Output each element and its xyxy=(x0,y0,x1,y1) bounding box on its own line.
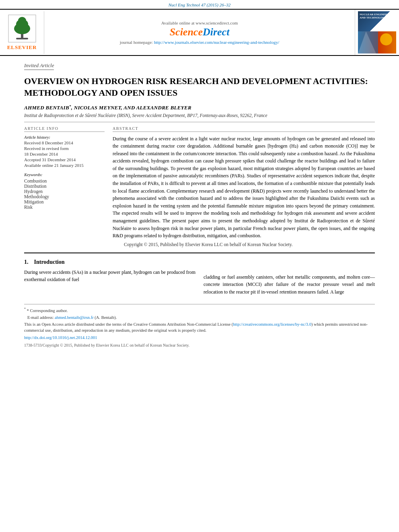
doi-link[interactable]: http://dx.doi.org/10.1016/j.net.2014.12.… xyxy=(24,335,97,340)
author-email-link[interactable]: ahmed.bentaib@irsn.fr xyxy=(55,315,94,320)
keyword-distribution: Distribution xyxy=(24,184,105,189)
sciencedirect-header: Available online at www.sciencedirect.co… xyxy=(44,17,355,48)
info-abstract-section: ARTICLE INFO Article history: Received 8… xyxy=(24,126,375,247)
journal-cover-area: NUCLEAR ENGINEERING AND TECHNOLOGY xyxy=(355,10,399,55)
homepage-label: journal homepage: xyxy=(120,40,153,45)
cc-license-link[interactable]: http://creativecommons.org/licenses/by-n… xyxy=(233,322,311,327)
main-content-area: Invited Article OVERVIEW ON HYDROGEN RIS… xyxy=(0,56,399,356)
sciencedirect-logo-text: ScienceDirect xyxy=(47,26,352,38)
elsevier-tree-icon xyxy=(8,14,36,43)
footnote-email: E-mail address: ahmed.bentaib@irsn.fr (A… xyxy=(24,315,375,321)
date-revised-label: Received in revised form xyxy=(24,146,105,151)
history-label: Article history: xyxy=(24,135,105,140)
section-title: Introduction xyxy=(34,259,65,265)
introduction-right: cladding or fuel assembly canisters, oth… xyxy=(204,259,375,296)
keywords-section: Keywords: Combustion Distribution Hydrog… xyxy=(24,173,105,210)
introduction-section: 1. Introduction During severe accidents … xyxy=(24,259,375,296)
section-number: 1. xyxy=(24,259,29,265)
copyright-line: Copyright © 2015, Published by Elsevier … xyxy=(113,242,375,247)
article-info-header: ARTICLE INFO xyxy=(24,126,105,132)
footnotes-area: * * Corresponding author. E-mail address… xyxy=(24,304,375,348)
issn-line: 1738-5733/Copyright © 2015, Published by… xyxy=(24,343,375,348)
email-suffix: (A. Bentaib). xyxy=(95,315,117,320)
header-divider xyxy=(24,122,375,122)
keyword-risk: Risk xyxy=(24,205,105,210)
abstract-header: ABSTRACT xyxy=(113,126,375,132)
cover-title-text: NUCLEAR ENGINEERING AND TECHNOLOGY xyxy=(360,13,395,20)
svg-point-10 xyxy=(380,33,392,45)
article-info-column: ARTICLE INFO Article history: Received 8… xyxy=(24,126,105,247)
introduction-title: 1. Introduction xyxy=(24,259,195,265)
keyword-methodology: Methodology xyxy=(24,194,105,199)
elsevier-logo-area: ELSEVIER xyxy=(0,11,44,54)
elsevier-brand-text: ELSEVIER xyxy=(7,44,37,51)
journal-header: ELSEVIER Available online at www.science… xyxy=(0,9,399,56)
available-online-text: Available online at www.sciencedirect.co… xyxy=(47,21,352,25)
footnote-doi: http://dx.doi.org/10.1016/j.net.2014.12.… xyxy=(24,335,375,341)
abstract-body: During the course of a severe accident i… xyxy=(113,135,375,240)
cover-graphic-decoration xyxy=(358,31,396,53)
date-accepted: Accepted 31 December 2014 xyxy=(24,157,105,162)
abstract-column: ABSTRACT During the course of a severe a… xyxy=(113,126,375,247)
authors-line: AHMED BENTAIB*, NICOLAS MEYNET, and ALEX… xyxy=(24,104,375,111)
open-access-text1: This is an Open Access article distribut… xyxy=(24,322,233,327)
introduction-right-text: cladding or fuel assembly canisters, oth… xyxy=(204,273,375,296)
journal-reference: Nucl Eng Technol 47 (2015) 26–32 xyxy=(0,0,399,9)
affiliation-line: Institut de Radioprotection et de Sûreté… xyxy=(24,113,375,118)
keyword-hydrogen: Hydrogen xyxy=(24,189,105,194)
cover-graphic-svg xyxy=(358,31,396,53)
article-title: OVERVIEW ON HYDROGEN RISK RESEARCH AND D… xyxy=(24,76,375,99)
date-revised: 18 December 2014 xyxy=(24,152,105,156)
journal-homepage-link[interactable]: http://www.journals.elsevier.com/nuclear… xyxy=(154,40,280,45)
corresponding-label: * Corresponding author. xyxy=(27,308,68,312)
keyword-mitigation: Mitigation xyxy=(24,199,105,204)
footnote-open-access: This is an Open Access article distribut… xyxy=(24,322,375,333)
svg-point-4 xyxy=(18,17,26,24)
date-received: Received 8 December 2014 xyxy=(24,140,105,145)
footnote-corresponding: * * Corresponding author. xyxy=(24,307,375,314)
svg-rect-5 xyxy=(16,38,28,39)
date-online: Available online 21 January 2015 xyxy=(24,163,105,168)
section-divider xyxy=(24,253,375,253)
journal-homepage-line: journal homepage: http://www.journals.el… xyxy=(47,40,352,45)
introduction-left-text: During severe accidents (SAs) in a nucle… xyxy=(24,269,195,283)
email-label: E-mail address: xyxy=(27,315,54,320)
journal-cover-image: NUCLEAR ENGINEERING AND TECHNOLOGY xyxy=(358,11,396,53)
article-type-label: Invited Article xyxy=(24,62,54,70)
introduction-left: 1. Introduction During severe accidents … xyxy=(24,259,195,296)
keywords-label: Keywords: xyxy=(24,173,105,177)
keyword-combustion: Combustion xyxy=(24,179,105,183)
